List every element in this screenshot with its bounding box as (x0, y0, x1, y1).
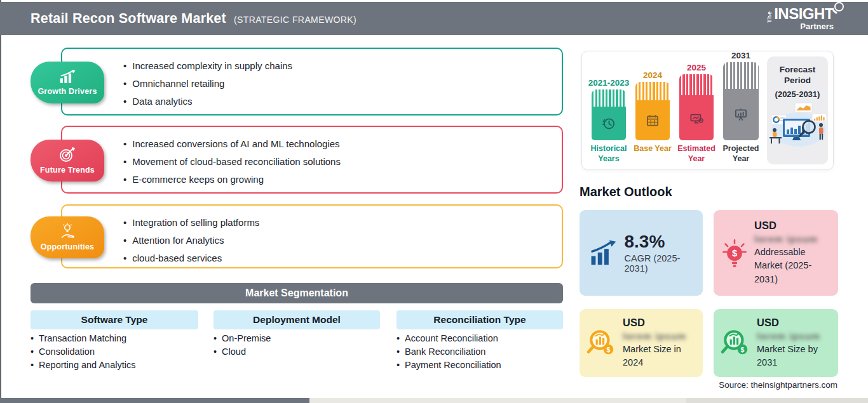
bar (635, 82, 670, 140)
svg-text:$: $ (741, 346, 745, 353)
page-subtitle: (STRATEGIC FRAMEWORK) (234, 15, 356, 25)
forecast-period-panel: Forecast Period (2025-2031) (767, 56, 828, 164)
timeline-bar-estimated: 2025 Estimated Year (676, 63, 717, 164)
svg-text:$: $ (607, 346, 611, 353)
forecast-range: (2025-2031) (775, 89, 820, 99)
currency-label: USD (623, 317, 698, 329)
list-item: Omnichannel retailing (123, 75, 562, 93)
cagr-label: CAGR (2025-2031) (624, 253, 703, 274)
cagr-card: 8.3% CAGR (2025-2031) (580, 210, 703, 296)
bar-label: Historical Years (586, 144, 632, 164)
list-item: Increased complexity in supply chains (123, 57, 562, 75)
insight-partners-logo: The INSIGHT Partners (774, 6, 843, 30)
list-item: Integration of selling platforms (123, 214, 562, 232)
list-item: Consolidation (31, 345, 135, 359)
header-title-group: Retail Recon Software Market (STRATEGIC … (31, 11, 356, 27)
badge-label: Future Trends (40, 166, 95, 175)
bar-solid-segment (592, 107, 626, 140)
opportunities-badge: Opportunities (31, 216, 104, 258)
badge-label: Growth Drivers (37, 87, 97, 96)
logo-the-text: The (767, 11, 773, 23)
card-label: Addressable Market (2025-2031) (754, 246, 829, 286)
presentation-chart-icon (733, 107, 749, 123)
history-clock-icon (600, 116, 617, 132)
future-trends-badge: Future Trends (31, 140, 104, 182)
bar-stripe-segment (635, 82, 670, 100)
opportunities-list: Integration of selling platforms Attenti… (62, 206, 562, 267)
growth-drivers-list: Increased complexity in supply chains Om… (62, 49, 562, 110)
bar-chart-growth-icon (58, 69, 77, 85)
logo-insight-text: INSIGHT (774, 5, 834, 22)
bottom-strip-dark (0, 398, 309, 403)
list-item: Data analytics (123, 93, 562, 110)
list-item: Bank Reconciliation (397, 345, 501, 359)
list-item: Movement of cloud-based reconciliation s… (123, 153, 562, 171)
addressable-text-group: USD lorem ipsum Addressable Market (2025… (754, 220, 829, 286)
market-outlook-heading: Market Outlook (580, 185, 672, 199)
addressable-market-card: $ USD lorem ipsum Addressable Market (20… (714, 210, 838, 296)
timeline-bar-historical: 2021-2023 Historical Years (588, 78, 629, 164)
bottom-strip (0, 398, 868, 403)
bar-stripe-segment (679, 74, 714, 95)
bar-year: 2021-2023 (588, 78, 630, 88)
opportunities-panel: Opportunities Integration of selling pla… (61, 204, 563, 268)
timeline-chart: 2021-2023 Historical Years 2024 (581, 51, 834, 170)
market-size-2024-card: $ USD lorem ipsum Market Size in 2024 (580, 309, 703, 377)
badge-label: Opportunities (41, 242, 95, 251)
list-item: On-Premise (214, 332, 271, 345)
card-label: Market Size in 2024 (623, 343, 698, 369)
future-trends-list: Increased conversions of AI and ML techn… (62, 127, 562, 188)
growth-drivers-panel: Growth Drivers Increased complexity in s… (61, 48, 563, 116)
bar-year: 2025 (687, 63, 706, 72)
bar-stripe-segment (723, 62, 759, 89)
card-label: Market Size by 2031 (757, 343, 832, 369)
reconciliation-type-list: Account Reconciliation Bank Reconciliati… (397, 332, 501, 372)
timeline-bar-projected: 2031 Projected Year (720, 51, 762, 164)
bar-solid-segment (723, 89, 759, 140)
software-type-list: Transaction Matching Consolidation Repor… (31, 332, 135, 372)
list-item: Cloud (214, 345, 271, 359)
bar-label: Projected Year (718, 144, 764, 164)
list-item: Account Reconciliation (397, 332, 501, 345)
blurred-value: lorem ipsum (757, 331, 820, 341)
list-item: Increased conversions of AI and ML techn… (123, 135, 562, 153)
growth-drivers-badge: Growth Drivers (31, 62, 104, 103)
calendar-icon (644, 112, 661, 129)
blurred-value: lorem ipsum (754, 234, 818, 244)
source-attribution: Source: theinsightpartners.com (719, 380, 837, 390)
bar-solid-segment (635, 100, 670, 140)
magnifier-chart-green-icon: $ (720, 327, 752, 359)
list-item: Reporting and Analytics (31, 359, 135, 372)
segment-header-software-type: Software Type (31, 310, 198, 329)
list-item: Attention for Analytics (123, 232, 562, 249)
forecast-title: Forecast Period (767, 65, 828, 86)
list-item: Payment Reconciliation (397, 359, 501, 372)
bar (592, 89, 626, 140)
logo-partners-text: Partners (774, 22, 834, 30)
target-icon (58, 146, 77, 164)
market-segmentation-header: Market Segmentation (31, 283, 563, 303)
cagr-text-group: 8.3% CAGR (2025-2031) (624, 232, 703, 274)
bulb-hand-icon (58, 223, 76, 241)
bar (679, 74, 714, 140)
analytics-illustration (767, 102, 828, 149)
list-item: Transaction Matching (31, 332, 135, 345)
future-trends-panel: Future Trends Increased conversions of A… (61, 126, 563, 194)
list-item: E-commerce keeps on growing (123, 171, 562, 188)
segment-header-deployment-model: Deployment Model (214, 310, 380, 329)
market-size-2031-text-group: USD lorem ipsum Market Size by 2031 (757, 317, 832, 369)
bar-stripe-segment (592, 89, 626, 107)
page-left-border (0, 0, 1, 403)
market-size-2031-card: $ USD lorem ipsum Market Size by 2031 (714, 309, 838, 377)
svg-text:$: $ (732, 248, 737, 258)
currency-label: USD (757, 317, 832, 329)
list-item: cloud-based services (123, 249, 562, 267)
magnifier-icon (834, 2, 844, 11)
cagr-growth-icon (588, 240, 617, 267)
segment-header-reconciliation-type: Reconciliation Type (397, 310, 563, 329)
bar-label: Base Year (630, 144, 675, 164)
bar-label: Estimated Year (674, 144, 719, 164)
cagr-value: 8.3% (624, 232, 703, 252)
currency-label: USD (754, 220, 829, 232)
infographic-page: Retail Recon Software Market (STRATEGIC … (0, 0, 868, 403)
